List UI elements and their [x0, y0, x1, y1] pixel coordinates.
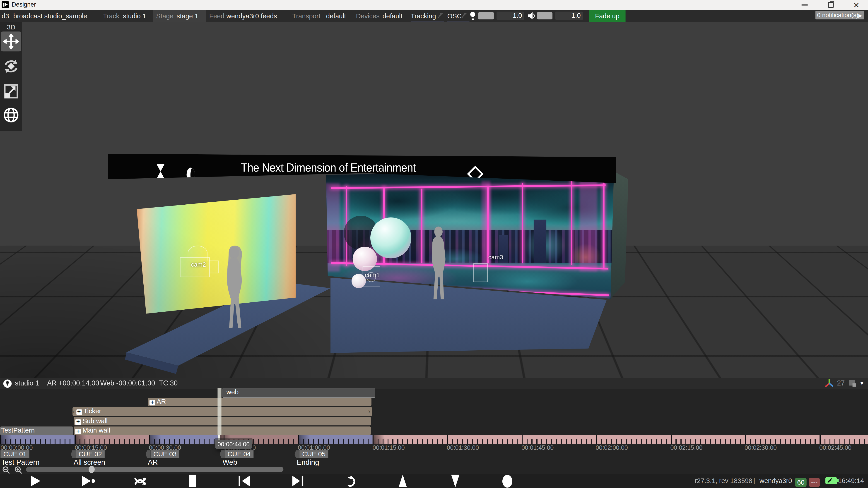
notifications-badge[interactable]: 0 notification(s)▶ [815, 11, 864, 20]
status-badge[interactable]: --- [809, 478, 820, 487]
menu-project[interactable]: broadcast studio_sample [13, 10, 87, 22]
camera-label-cam3: cam3 [488, 254, 503, 261]
play-to-next-button[interactable] [79, 475, 98, 487]
minimize-button[interactable] [796, 0, 812, 10]
cue-name: Test Pattern [1, 458, 40, 466]
expand-icon[interactable]: + [76, 409, 82, 415]
play-button[interactable] [26, 475, 45, 487]
fade-up-button[interactable]: Fade up [589, 10, 625, 22]
restore-button[interactable] [823, 0, 839, 10]
menu-d3[interactable]: d3 [2, 10, 9, 22]
cue-name: All screen [73, 458, 105, 466]
devices-label: Devices [356, 10, 379, 22]
undo-icon [345, 476, 355, 487]
loop-button[interactable] [131, 475, 150, 487]
up-arrow-icon [398, 475, 407, 487]
rotate-tool-button[interactable] [1, 56, 21, 76]
timeline-track-name[interactable]: studio 1 [15, 378, 39, 389]
mode-3d-label: 3D [0, 23, 22, 31]
cue-name: Web [222, 458, 237, 466]
transport-value[interactable]: default [326, 10, 346, 22]
camera-cam2-top [188, 246, 208, 261]
status-separator: | [753, 474, 755, 488]
keyhole-icon[interactable] [3, 380, 12, 388]
playhead-time-box[interactable]: 00:00:44.00 [215, 440, 252, 449]
zoom-out-icon[interactable] [2, 466, 10, 474]
led-pink-glow [482, 181, 490, 266]
world-axis-button[interactable] [1, 105, 21, 125]
play-icon [31, 476, 40, 486]
expand-icon[interactable]: + [75, 428, 81, 434]
layers-icon[interactable] [849, 380, 857, 387]
move-icon [3, 33, 19, 50]
notifications-arrow-icon: ▶ [858, 13, 862, 18]
skip-to-end-icon [292, 476, 303, 486]
skip-to-end-button[interactable] [288, 475, 307, 487]
nudge-left-icon[interactable]: ‹ [72, 408, 74, 414]
clip-testpattern[interactable]: TestPattern [0, 426, 73, 435]
ruler-label: 00:00:00.00 [0, 444, 33, 451]
stage-value[interactable]: stage 1 [177, 10, 198, 22]
zoom-in-icon[interactable] [14, 466, 22, 474]
timecode-rate[interactable]: TC 30 [159, 378, 178, 389]
viewport-3d[interactable]: cam2 cam1 cam3 The Next Dimension of Ent… [0, 22, 868, 378]
sphere-large[interactable] [370, 217, 411, 258]
scale-tool-button[interactable] [1, 81, 21, 101]
track-value[interactable]: studio 1 [123, 10, 146, 22]
record-button[interactable] [498, 475, 517, 487]
volume-value[interactable]: 1.0 [555, 11, 583, 20]
close-icon: ✕ [853, 1, 859, 9]
left-toolbar: 3D [0, 22, 22, 131]
timeline-header: studio 1 AR +00:00:14.00 Web -00:00:01.0… [0, 378, 868, 389]
down-button[interactable] [445, 475, 464, 487]
web-offset[interactable]: Web -00:00:01.00 [100, 378, 155, 389]
layer-main-wall[interactable]: +Main wall [73, 426, 371, 435]
expand-icon[interactable]: + [150, 400, 155, 405]
cue-id: CUE 03 [151, 450, 179, 458]
layer-ar[interactable]: +AR [148, 397, 371, 406]
layer-web[interactable]: web [222, 388, 375, 397]
brightness-value[interactable]: 1.0 [497, 11, 524, 20]
scrollbar-handle[interactable] [89, 466, 95, 473]
stage-label: Stage [156, 10, 174, 22]
gradient-test-wall[interactable] [136, 194, 297, 314]
expand-icon[interactable]: + [75, 419, 81, 424]
up-button[interactable] [393, 475, 412, 487]
camera-cam3-body[interactable] [473, 263, 488, 282]
skip-to-start-button[interactable] [235, 475, 253, 487]
brightness-slider[interactable] [478, 12, 494, 20]
devices-value[interactable]: default [382, 10, 403, 22]
camera-label-cam1: cam1 [365, 271, 380, 278]
timeline-ruler[interactable] [0, 435, 868, 444]
undo-button[interactable] [341, 475, 360, 487]
version-text: r27.3.1, rev 183598 [695, 474, 752, 488]
figure-man [428, 226, 450, 300]
stop-button[interactable] [183, 475, 202, 487]
volume-slider[interactable] [537, 12, 553, 20]
layer-ticker-label: Ticker [83, 407, 101, 415]
cue-arrow-icon [220, 450, 225, 458]
ruler-major-ticks [0, 435, 868, 444]
playhead-band[interactable] [217, 388, 221, 435]
camera-label-cam2: cam2 [191, 261, 206, 268]
close-button[interactable]: ✕ [848, 0, 865, 10]
fps-badge[interactable]: 60 [795, 478, 807, 487]
ar-offset[interactable]: AR +00:00:14.00 [47, 378, 99, 389]
feed-value[interactable]: wendya3r0 feeds [226, 10, 277, 22]
machine-name: wendya3r0 [760, 474, 792, 488]
layer-ticker[interactable]: ‹+Ticker› [72, 407, 372, 416]
track-label: Track [103, 10, 119, 22]
ruler-label: 00:01:15.00 [373, 444, 405, 451]
axis-tripod-icon[interactable] [824, 379, 834, 388]
window-titlebar: Designer ✕ [0, 0, 868, 10]
cue-name: AR [148, 458, 158, 466]
skip-to-start-icon [239, 476, 250, 486]
cue-id: CUE 05 [300, 450, 328, 458]
collapse-arrow-icon[interactable]: ▼ [859, 378, 865, 389]
play-to-next-icon [82, 476, 95, 486]
timeline-scrollbar[interactable] [26, 467, 283, 472]
layer-sub-wall[interactable]: +Sub wall [73, 417, 371, 425]
move-tool-button[interactable] [1, 31, 21, 52]
nudge-right-icon[interactable]: › [368, 407, 370, 416]
transport-label: Transport [292, 10, 320, 22]
